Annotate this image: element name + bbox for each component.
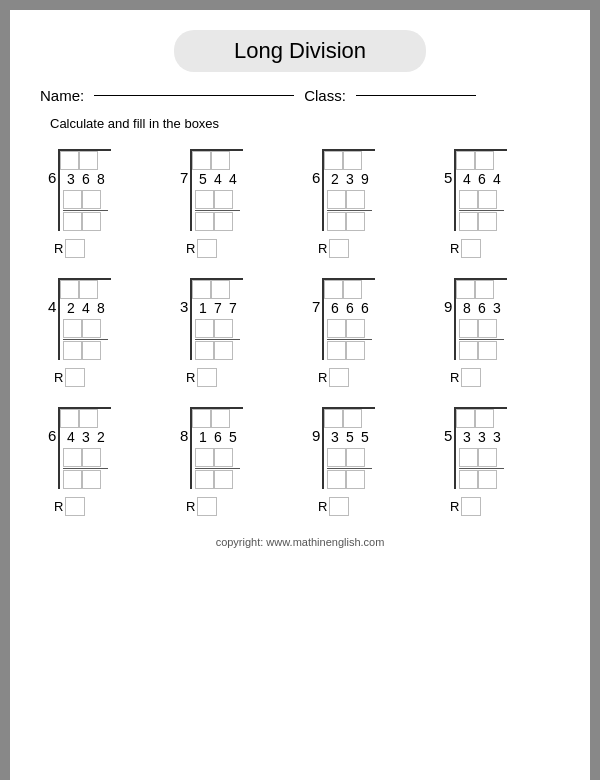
answer-row	[192, 151, 243, 170]
work-box[interactable]	[63, 190, 82, 209]
work-area	[192, 188, 243, 231]
problem-1-4: 5 4 6 4	[436, 149, 560, 258]
answer-row	[60, 151, 111, 170]
dividend-row: 5 4 4	[192, 170, 243, 188]
problem-1-2: 7 5 4 4	[172, 149, 296, 258]
problem-row-1: 6 3 6 8	[40, 149, 560, 258]
remainder-row: R	[54, 239, 85, 258]
problem-2-1: 4 2 4 8	[40, 278, 164, 387]
division-display: 6 3 6 8	[48, 149, 111, 231]
answer-box[interactable]	[192, 151, 211, 170]
divisor: 7	[180, 149, 188, 186]
title-container: Long Division	[40, 30, 560, 72]
remainder-boxes	[63, 212, 108, 231]
divisor: 5	[444, 149, 452, 186]
copyright: copyright: www.mathinenglish.com	[40, 536, 560, 548]
bracket-area: 4 6 4	[454, 149, 507, 231]
division-display: 5 4 6 4	[444, 149, 507, 231]
bracket-area: 5 4 4	[190, 149, 243, 231]
answer-box[interactable]	[211, 151, 230, 170]
dividend-row: 3 6 8	[60, 170, 111, 188]
problem-row-2: 4 2 4 8	[40, 278, 560, 387]
problem-2-2: 3 1 7 7	[172, 278, 296, 387]
problem-1-1: 6 3 6 8	[40, 149, 164, 258]
sub-boxes	[63, 190, 108, 209]
problem-3-1: 6 4 3 2	[40, 407, 164, 516]
work-line	[63, 210, 108, 211]
divisor: 6	[48, 149, 56, 186]
rem-box[interactable]	[82, 212, 101, 231]
problem-1-3: 6 2 3 9	[304, 149, 428, 258]
name-class-row: Name: Class:	[40, 87, 560, 104]
rem-box[interactable]	[63, 212, 82, 231]
class-field[interactable]	[356, 95, 476, 96]
problem-2-4: 9 8 6 3	[436, 278, 560, 387]
problem-2-3: 7 6 6 6	[304, 278, 428, 387]
division-display: 7 5 4 4	[180, 149, 243, 231]
name-field[interactable]	[94, 95, 294, 96]
work-area	[60, 188, 111, 231]
answer-box[interactable]	[79, 151, 98, 170]
problem-3-3: 9 3 5 5	[304, 407, 428, 516]
problem-3-4: 5 3 3 3	[436, 407, 560, 516]
remainder-row: R	[186, 239, 217, 258]
problem-row-3: 6 4 3 2	[40, 407, 560, 516]
work-box[interactable]	[82, 190, 101, 209]
problem-3-2: 8 1 6 5	[172, 407, 296, 516]
bracket-area: 3 6 8	[58, 149, 111, 231]
page: Long Division Name: Class: Calculate and…	[10, 10, 590, 780]
division-display: 6 2 3 9	[312, 149, 375, 231]
answer-box[interactable]	[60, 151, 79, 170]
name-label: Name:	[40, 87, 84, 104]
instruction: Calculate and fill in the boxes	[50, 116, 560, 131]
divisor: 6	[312, 149, 320, 186]
title: Long Division	[174, 30, 426, 72]
bracket-area: 2 3 9	[322, 149, 375, 231]
remainder-answer-box[interactable]	[65, 239, 85, 258]
class-label: Class:	[304, 87, 346, 104]
